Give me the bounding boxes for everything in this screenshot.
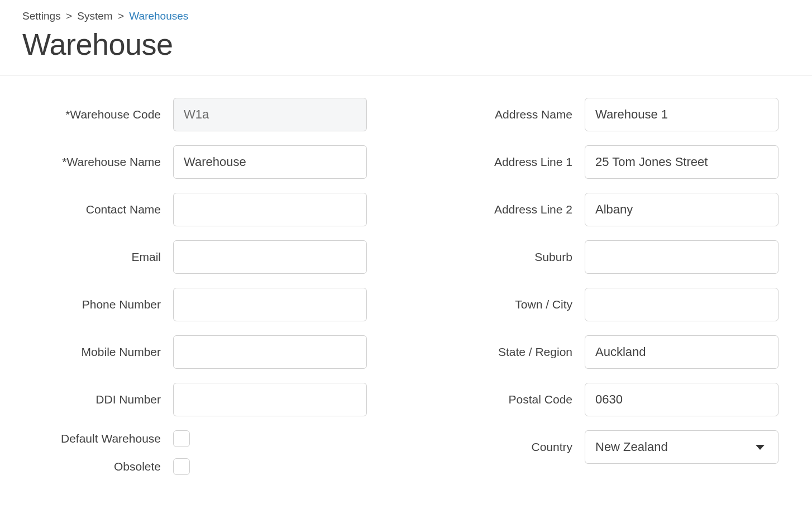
breadcrumb-separator: > [118,10,124,22]
breadcrumb-settings[interactable]: Settings [22,10,61,22]
address-line-2-input[interactable] [585,193,778,226]
ddi-number-input[interactable] [173,383,367,416]
phone-number-label: Phone Number [22,298,173,311]
breadcrumb: Settings > System > Warehouses [22,10,790,22]
warehouse-code-label: *Warehouse Code [22,108,173,121]
obsolete-checkbox[interactable] [173,458,190,475]
address-line-2-label: Address Line 2 [434,203,585,216]
breadcrumb-system[interactable]: System [77,10,112,22]
address-name-input[interactable] [585,98,778,131]
warehouse-name-input[interactable] [173,145,367,179]
town-city-label: Town / City [434,298,585,311]
town-city-input[interactable] [585,288,778,321]
suburb-input[interactable] [585,240,778,274]
country-select-value: New Zealand [595,440,668,454]
address-line-1-label: Address Line 1 [434,155,585,169]
breadcrumb-warehouses[interactable]: Warehouses [129,10,188,22]
country-select[interactable]: New Zealand [585,430,778,464]
suburb-label: Suburb [434,250,585,264]
contact-name-label: Contact Name [22,203,173,216]
mobile-number-input[interactable] [173,335,367,369]
mobile-number-label: Mobile Number [22,345,173,359]
postal-code-input[interactable] [585,383,778,416]
phone-number-input[interactable] [173,288,367,321]
warehouse-name-label: *Warehouse Name [22,155,173,169]
default-warehouse-label: Default Warehouse [22,432,173,445]
warehouse-code-input [173,98,367,131]
contact-name-input[interactable] [173,193,367,226]
obsolete-label: Obsolete [22,460,173,473]
page-title: Warehouse [22,27,790,61]
default-warehouse-checkbox[interactable] [173,430,190,447]
breadcrumb-separator: > [66,10,72,22]
chevron-down-icon [756,445,765,450]
email-label: Email [22,250,173,264]
ddi-number-label: DDI Number [22,393,173,406]
state-region-input[interactable] [585,335,778,369]
address-name-label: Address Name [434,108,585,121]
country-label: Country [434,440,585,454]
postal-code-label: Postal Code [434,393,585,406]
email-input[interactable] [173,240,367,274]
address-line-1-input[interactable] [585,145,778,179]
state-region-label: State / Region [434,345,585,359]
